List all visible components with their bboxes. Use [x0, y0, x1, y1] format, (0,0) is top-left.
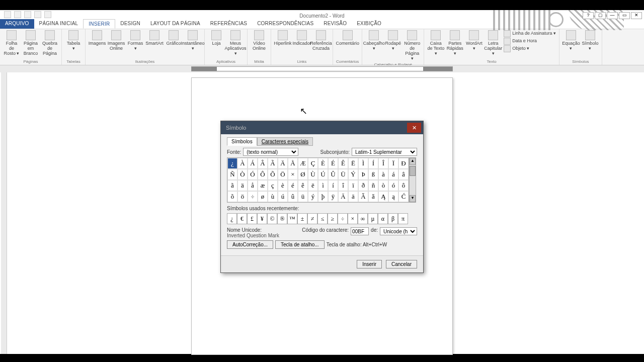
- qat-more-icon[interactable]: [44, 11, 51, 18]
- ribbon-button[interactable]: Meus Aplicativos ▾: [227, 30, 244, 56]
- recent-symbol[interactable]: ∞: [358, 213, 368, 224]
- ribbon-button[interactable]: Letra Capitular ▾: [485, 30, 502, 56]
- help-button[interactable]: ?: [583, 12, 594, 19]
- character-cell[interactable]: Ć: [398, 191, 409, 202]
- character-cell[interactable]: Ç: [308, 158, 318, 169]
- recent-symbol[interactable]: ™: [287, 213, 297, 224]
- recent-symbol[interactable]: ®: [277, 213, 287, 224]
- ribbon-button[interactable]: Imagens: [89, 30, 106, 46]
- character-cell[interactable]: ð: [358, 180, 368, 191]
- scroll-thumb[interactable]: [410, 166, 416, 176]
- ribbon-button[interactable]: Número de Página ▾: [404, 30, 421, 61]
- ribbon-button[interactable]: Partes Rápidas ▾: [446, 30, 463, 56]
- undo-icon[interactable]: [24, 11, 31, 18]
- cancel-button[interactable]: Cancelar: [386, 260, 417, 268]
- recent-symbol[interactable]: α: [378, 213, 388, 224]
- character-cell[interactable]: Ý: [348, 169, 358, 180]
- character-cell[interactable]: Ă: [358, 191, 368, 202]
- ribbon-button[interactable]: Linha de Assinatura ▾: [504, 30, 556, 37]
- dialog-titlebar[interactable]: Símbolo ✕: [221, 121, 423, 134]
- character-cell[interactable]: Ë: [348, 158, 358, 169]
- character-cell[interactable]: å: [248, 180, 258, 191]
- save-icon[interactable]: [14, 11, 21, 18]
- ribbon-button[interactable]: Vídeo Online: [251, 30, 268, 51]
- character-cell[interactable]: à: [378, 169, 388, 180]
- recent-symbol[interactable]: ≤: [317, 213, 328, 224]
- from-select[interactable]: Unicode (hex): [380, 227, 417, 235]
- character-cell[interactable]: Ø: [298, 169, 308, 180]
- ribbon-button[interactable]: Referência Cruzada: [312, 30, 330, 51]
- tab-symbols[interactable]: Símbolos: [227, 137, 257, 146]
- character-cell[interactable]: ë: [308, 180, 318, 191]
- recent-symbol[interactable]: ≥: [328, 213, 338, 224]
- character-cell[interactable]: Å: [288, 158, 298, 169]
- recent-symbol[interactable]: ±: [297, 213, 307, 224]
- horizontal-ruler[interactable]: [0, 65, 644, 72]
- redo-icon[interactable]: [34, 11, 41, 18]
- character-cell[interactable]: É: [328, 158, 338, 169]
- ribbon-button[interactable]: Data e Hora: [504, 38, 556, 45]
- character-cell[interactable]: þ: [318, 191, 328, 202]
- character-cell[interactable]: ÷: [248, 191, 258, 202]
- tab-special-characters[interactable]: Caracteres especiais: [257, 137, 313, 146]
- ribbon-button[interactable]: Gráfico: [165, 30, 182, 46]
- shortcut-key-button[interactable]: Tecla de atalho...: [275, 240, 325, 249]
- recent-symbol[interactable]: π: [398, 213, 408, 224]
- character-cell[interactable]: ö: [237, 191, 248, 202]
- character-cell[interactable]: ç: [268, 180, 278, 191]
- character-cell[interactable]: Á: [248, 158, 258, 169]
- character-cell[interactable]: Û: [328, 169, 338, 180]
- character-cell[interactable]: ú: [278, 191, 288, 202]
- character-cell[interactable]: Æ: [298, 158, 308, 169]
- character-cell[interactable]: À: [237, 158, 248, 169]
- ribbon-button[interactable]: Objeto ▾: [504, 45, 556, 52]
- tab-mailings[interactable]: CORRESPONDÊNCIAS: [252, 19, 318, 29]
- ribbon-button[interactable]: Comentário: [339, 30, 356, 46]
- tab-home[interactable]: PÁGINA INICIAL: [34, 19, 84, 29]
- character-cell[interactable]: ô: [398, 180, 409, 191]
- tab-design[interactable]: DESIGN: [115, 19, 145, 29]
- character-cell[interactable]: Ä: [278, 158, 288, 169]
- character-cell[interactable]: â: [398, 169, 409, 180]
- character-cell[interactable]: é: [288, 180, 298, 191]
- character-cell[interactable]: ó: [388, 180, 398, 191]
- character-cell[interactable]: Ą: [378, 191, 388, 202]
- character-cell[interactable]: ¿: [227, 158, 237, 169]
- tab-layout[interactable]: LAYOUT DA PÁGINA: [145, 19, 205, 29]
- font-select[interactable]: (texto normal): [243, 148, 298, 156]
- tab-review[interactable]: REVISÃO: [318, 19, 352, 29]
- recent-symbol[interactable]: £: [247, 213, 257, 224]
- word-icon[interactable]: [4, 11, 11, 18]
- ribbon-button[interactable]: Símbolo ▾: [582, 30, 599, 51]
- close-button[interactable]: ✕: [631, 12, 642, 19]
- character-cell[interactable]: Ö: [278, 169, 288, 180]
- ribbon-button[interactable]: Página em Branco: [22, 30, 39, 56]
- character-cell[interactable]: Ù: [308, 169, 318, 180]
- ribbon-button[interactable]: Hiperlink: [274, 30, 291, 46]
- insert-button[interactable]: Inserir: [357, 260, 382, 268]
- character-cell[interactable]: ą: [388, 191, 398, 202]
- ribbon-button[interactable]: Cabeçalho ▾: [365, 30, 382, 51]
- character-cell[interactable]: ÿ: [328, 191, 338, 202]
- character-cell[interactable]: Þ: [358, 169, 368, 180]
- character-cell[interactable]: æ: [258, 180, 268, 191]
- ribbon-button[interactable]: Equação ▾: [562, 30, 580, 51]
- tab-references[interactable]: REFERÊNCIAS: [205, 19, 252, 29]
- recent-symbol[interactable]: ÷: [338, 213, 348, 224]
- scroll-down-icon[interactable]: ▼: [410, 195, 416, 202]
- recent-symbol[interactable]: ¿: [227, 213, 237, 224]
- close-icon[interactable]: ✕: [407, 123, 421, 133]
- character-cell[interactable]: á: [388, 169, 398, 180]
- ribbon-button[interactable]: SmartArt: [146, 30, 163, 46]
- character-cell[interactable]: Ñ: [227, 169, 237, 180]
- ribbon-button[interactable]: Indicador: [293, 30, 310, 46]
- character-cell[interactable]: ì: [318, 180, 328, 191]
- character-cell[interactable]: Ì: [358, 158, 368, 169]
- grid-scrollbar[interactable]: ▲ ▼: [409, 157, 416, 203]
- maximize-button[interactable]: ▭: [619, 12, 630, 19]
- character-cell[interactable]: È: [318, 158, 328, 169]
- character-cell[interactable]: õ: [227, 191, 237, 202]
- ribbon-button[interactable]: Tabela ▾: [65, 30, 82, 51]
- character-cell[interactable]: Ú: [318, 169, 328, 180]
- character-cell[interactable]: ß: [368, 169, 378, 180]
